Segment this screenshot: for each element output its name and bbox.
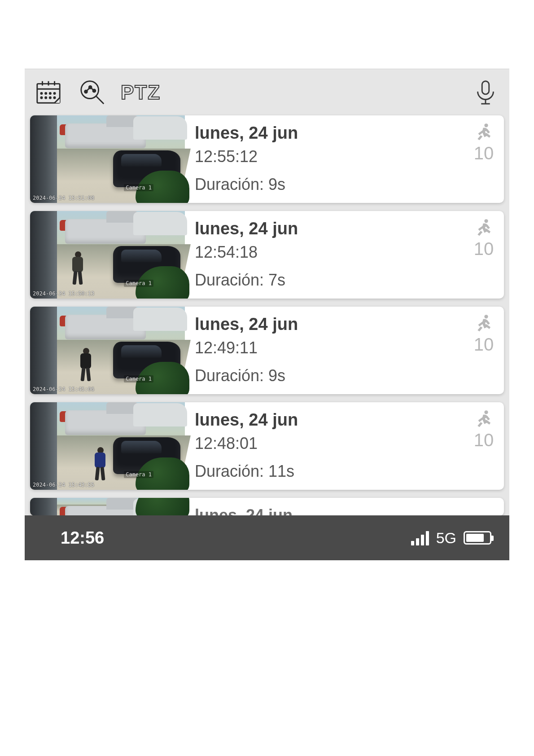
event-meta: 10 xyxy=(464,402,504,490)
svg-point-24 xyxy=(484,410,488,414)
toolbar: PTZ xyxy=(25,69,509,115)
event-date: lunes, 24 jun xyxy=(195,506,495,516)
event-thumbnail[interactable]: 2024-06-24 15:50:13Camera 1 xyxy=(30,211,185,299)
event-card[interactable]: 2024-06-24 15:43:55Camera 1lunes, 24 jun… xyxy=(30,402,504,490)
event-meta: 10 xyxy=(464,307,504,394)
event-date: lunes, 24 jun xyxy=(195,315,455,334)
analytics-search-icon[interactable] xyxy=(77,77,108,108)
event-info: lunes, 24 jun12:55:12Duración: 9s xyxy=(185,115,464,203)
thumbnail-timestamp: 2024-06-24 15:51:08 xyxy=(33,195,94,201)
event-date: lunes, 24 jun xyxy=(195,410,455,430)
event-card[interactable]: 2024-06-24 15:51:08Camera 1lunes, 24 jun… xyxy=(30,115,504,203)
event-time: 12:54:18 xyxy=(195,243,455,262)
event-date: lunes, 24 jun xyxy=(195,123,455,143)
signal-icon xyxy=(411,530,429,545)
running-person-icon xyxy=(474,122,494,141)
event-count: 10 xyxy=(474,430,494,450)
microphone-icon[interactable] xyxy=(470,77,501,108)
running-person-icon xyxy=(474,217,494,237)
calendar-icon[interactable] xyxy=(33,77,64,108)
thumbnail-camera-label: Camera 1 xyxy=(124,184,153,191)
event-thumbnail[interactable]: 2024-06-24 15:43:55Camera 1 xyxy=(30,402,185,490)
svg-point-23 xyxy=(484,315,488,318)
thumbnail-timestamp: 2024-06-24 15:45:06 xyxy=(33,386,94,392)
event-duration: Duración: 7s xyxy=(195,271,455,290)
running-person-icon xyxy=(474,313,494,333)
svg-point-10 xyxy=(45,97,47,98)
svg-point-6 xyxy=(45,92,47,94)
event-thumbnail[interactable]: 2024-06-24 15:51:08Camera 1 xyxy=(30,115,185,203)
svg-point-7 xyxy=(49,92,51,94)
event-info: lunes, 24 jun12:49:11Duración: 9s xyxy=(185,307,464,394)
event-card[interactable]: 2024-06-24 15:45:06Camera 1lunes, 24 jun… xyxy=(30,307,504,394)
svg-point-8 xyxy=(54,92,55,94)
network-label: 5G xyxy=(436,529,456,547)
status-clock: 12:56 xyxy=(61,528,104,548)
event-count: 10 xyxy=(474,143,494,163)
thumbnail-camera-label: Camera 1 xyxy=(124,375,153,382)
svg-point-12 xyxy=(54,97,55,98)
event-time: 12:48:01 xyxy=(195,434,455,453)
status-bar: 12:56 5G xyxy=(25,515,509,560)
event-info: lunes, 24 jun xyxy=(185,498,504,516)
event-info: lunes, 24 jun12:54:18Duración: 7s xyxy=(185,211,464,299)
svg-line-14 xyxy=(96,96,104,103)
event-duration: Duración: 9s xyxy=(195,366,455,385)
thumbnail-camera-label: Camera 1 xyxy=(124,471,153,478)
svg-point-9 xyxy=(41,97,42,98)
event-time: 12:55:12 xyxy=(195,147,455,166)
thumbnail-timestamp: 2024-06-24 15:50:13 xyxy=(33,290,94,297)
event-duration: Duración: 11s xyxy=(195,462,455,481)
event-meta: 10 xyxy=(464,211,504,299)
svg-point-22 xyxy=(484,219,488,223)
event-count: 10 xyxy=(474,334,494,355)
svg-point-5 xyxy=(41,92,42,94)
event-list[interactable]: 2024-06-24 15:51:08Camera 1lunes, 24 jun… xyxy=(25,115,509,516)
event-date: lunes, 24 jun xyxy=(195,219,455,238)
svg-rect-18 xyxy=(482,81,489,94)
event-info: lunes, 24 jun12:48:01Duración: 11s xyxy=(185,402,464,490)
app-frame: PTZ 2024-06-24 15:51:08Camera 1lunes, 24… xyxy=(25,69,509,560)
thumbnail-camera-label: Camera 1 xyxy=(124,280,153,287)
event-time: 12:49:11 xyxy=(195,338,455,357)
event-duration: Duración: 9s xyxy=(195,175,455,194)
event-thumbnail[interactable]: 2024-06-24 15:45:06Camera 1 xyxy=(30,307,185,394)
event-card[interactable]: 2024-06-24 15:50:13Camera 1lunes, 24 jun… xyxy=(30,211,504,299)
event-card[interactable]: lunes, 24 jun xyxy=(30,498,504,516)
running-person-icon xyxy=(474,409,494,428)
ptz-button[interactable]: PTZ xyxy=(121,81,161,104)
thumbnail-timestamp: 2024-06-24 15:43:55 xyxy=(33,482,94,488)
svg-point-21 xyxy=(484,123,488,127)
event-count: 10 xyxy=(474,239,494,259)
event-thumbnail[interactable] xyxy=(30,498,185,516)
battery-icon xyxy=(464,531,491,545)
event-meta: 10 xyxy=(464,115,504,203)
svg-point-11 xyxy=(49,97,51,98)
